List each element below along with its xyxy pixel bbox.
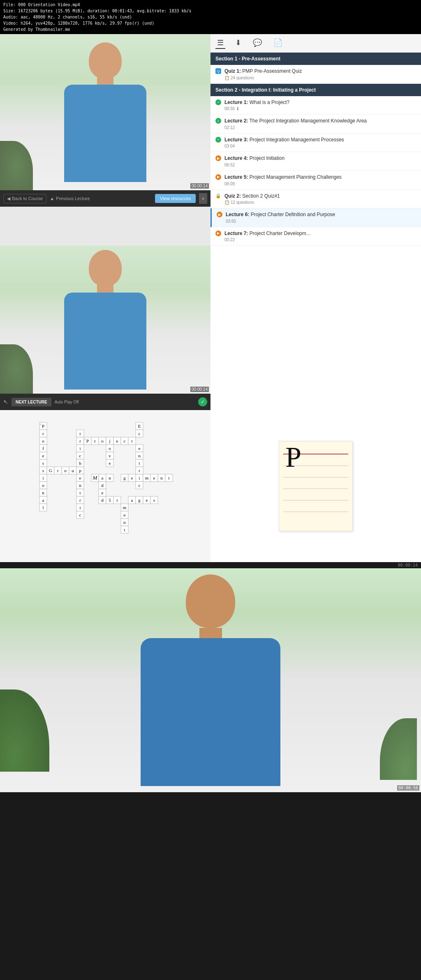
view-resources-button[interactable]: View resources xyxy=(155,194,196,203)
lecture-title: Lecture 6: Project Charter Definition an… xyxy=(226,212,416,218)
presenter-body-2 xyxy=(64,293,146,390)
svg-text:i: i xyxy=(42,475,44,480)
presenter-figure-large xyxy=(141,574,280,786)
autoplay-button[interactable]: Auto Play Off xyxy=(55,400,79,404)
lecture-name: Project Charter Developm... xyxy=(250,231,310,236)
play-icon: ▶ xyxy=(217,212,222,217)
svg-text:r: r xyxy=(79,498,81,503)
svg-text:t: t xyxy=(131,438,132,443)
lecture-meta: 08:09 xyxy=(224,182,416,186)
quiz-questions: 24 questions xyxy=(231,76,254,80)
lecture-name: The Project Integration Management Knowl… xyxy=(249,118,367,124)
quiz-icon-small: 📋 xyxy=(224,200,229,205)
time-value: 03:65 xyxy=(226,219,236,224)
timestamp-bar-crossword: 00:00:14 xyxy=(0,562,421,568)
svg-text:r: r xyxy=(42,431,44,436)
svg-text:e: e xyxy=(109,461,111,466)
video-player-1: 00:00:14 ◀ Back to Course ▲ Previous Lec… xyxy=(0,34,210,246)
previous-lecture-button[interactable]: ▲ Previous Lecture xyxy=(50,196,90,201)
lecture-title: Quiz 2: Section 2 Quiz#1 xyxy=(224,193,416,200)
list-item[interactable]: Q Quiz 1: PMP Pre-Assessment Quiz 📋 24 q… xyxy=(210,65,421,84)
tab-list-icon[interactable]: ☰ xyxy=(215,37,225,49)
lecture-meta: 06:52 xyxy=(224,163,416,167)
svg-text:o: o xyxy=(42,483,44,488)
file-info-line2: Size: 16723206 bytes (15.95 MiB), durati… xyxy=(3,8,418,14)
lecture-name: Project Integration Management Processes xyxy=(250,137,344,143)
lecture-meta: 📋 12 questions xyxy=(224,200,416,205)
svg-text:t: t xyxy=(124,527,125,532)
list-item[interactable]: ✓ Lecture 1: What is a Project? 08:50 ⬇ xyxy=(210,96,421,115)
complete-check-icon: ✓ xyxy=(198,397,207,406)
lecture-meta: 03:04 xyxy=(224,144,416,148)
list-item[interactable]: ▶ Lecture 7: Project Charter Developm...… xyxy=(210,227,421,246)
svg-text:e: e xyxy=(116,438,118,443)
plant-right-large xyxy=(380,718,421,792)
svg-text:r: r xyxy=(94,438,96,443)
svg-text:n: n xyxy=(109,475,111,480)
play-icon: ▶ xyxy=(215,174,221,180)
svg-text:r: r xyxy=(79,438,81,443)
next-lecture-button[interactable]: NEXT LECTURE xyxy=(12,398,51,406)
lecture-content: Lecture 7: Project Charter Developm... 0… xyxy=(224,231,416,242)
next-arrow-button[interactable]: › xyxy=(199,193,207,204)
svg-text:o: o xyxy=(64,468,67,473)
time-value: 00:22 xyxy=(224,238,235,242)
list-item[interactable]: ▶ Lecture 5: Project Management Planning… xyxy=(210,171,421,190)
svg-text:n: n xyxy=(138,453,141,458)
svg-text:e: e xyxy=(131,475,133,480)
lecture-content: Lecture 2: The Project Integration Manag… xyxy=(224,118,416,130)
lecture-title: Lecture 2: The Project Integration Manag… xyxy=(224,118,416,125)
prev-lecture-label: Previous Lecture xyxy=(56,196,90,201)
svg-text:a: a xyxy=(102,475,104,480)
plant-left-large xyxy=(0,689,58,792)
second-video-section: 00:00:14 ↖ NEXT LECTURE Auto Play Off ✓ xyxy=(0,246,421,410)
list-item[interactable]: ▶ Lecture 6: Project Charter Definition … xyxy=(210,208,421,227)
notepad-area: P xyxy=(210,410,421,562)
svg-text:e: e xyxy=(153,475,155,480)
svg-text:o: o xyxy=(101,438,104,443)
back-to-course-button[interactable]: ◀ Back to Course xyxy=(3,194,46,203)
svg-text:i: i xyxy=(79,446,81,451)
fourth-video-section: 00:00:56 xyxy=(0,568,421,792)
presenter-figure-2 xyxy=(48,250,163,390)
lecture-content: Lecture 4: Project Initiation 06:52 xyxy=(224,155,416,167)
lecture-meta: 02:12 xyxy=(224,125,416,130)
svg-text:d: d xyxy=(101,498,104,503)
svg-text:t: t xyxy=(116,498,118,503)
svg-text:8: 8 xyxy=(40,423,41,426)
svg-text:t: t xyxy=(168,475,169,480)
time-value: 06:52 xyxy=(224,163,235,167)
list-item[interactable]: ✓ Lecture 3: Project Integration Managem… xyxy=(210,134,421,152)
list-item[interactable]: 🔒 Quiz 2: Section 2 Quiz#1 📋 12 question… xyxy=(210,190,421,209)
list-item[interactable]: ▶ Lecture 4: Project Initiation 06:52 xyxy=(210,152,421,171)
plant-decoration-2 xyxy=(0,344,33,394)
lecture-number: Lecture 4: xyxy=(224,155,248,161)
tab-download-icon[interactable]: ⬇ xyxy=(234,37,243,49)
svg-text:s: s xyxy=(42,461,44,466)
complete-icon: ✓ xyxy=(215,137,221,143)
svg-text:e: e xyxy=(124,512,126,517)
video-player-2: 00:00:14 ↖ NEXT LECTURE Auto Play Off ✓ xyxy=(0,246,210,410)
list-item[interactable]: ✓ Lecture 2: The Project Integration Man… xyxy=(210,115,421,134)
svg-text:o: o xyxy=(42,438,44,443)
tab-chat-icon[interactable]: 💬 xyxy=(251,37,264,49)
lecture-title: Lecture 4: Project Initiation xyxy=(224,155,416,162)
complete-icon: ✓ xyxy=(215,118,221,124)
lecture-number: Lecture 1: xyxy=(224,99,248,105)
svg-text:e: e xyxy=(146,498,148,503)
svg-text:P: P xyxy=(42,424,44,429)
tab-notes-icon[interactable]: 📄 xyxy=(272,37,284,49)
presenter-neck-large xyxy=(199,628,222,638)
sidebar-placeholder-2 xyxy=(210,246,421,410)
svg-text:e: e xyxy=(79,475,81,480)
presenter-head-1 xyxy=(89,42,122,79)
svg-text:c: c xyxy=(124,438,126,443)
svg-text:g: g xyxy=(123,475,126,480)
lecture-number: Quiz 1: xyxy=(224,68,241,74)
svg-text:p: p xyxy=(79,468,81,473)
svg-text:c: c xyxy=(139,483,141,488)
quiz-icon-small: 📋 xyxy=(224,76,229,80)
svg-text:n: n xyxy=(160,475,163,480)
lecture-title: Lecture 3: Project Integration Managemen… xyxy=(224,137,416,143)
svg-text:t: t xyxy=(79,431,81,436)
